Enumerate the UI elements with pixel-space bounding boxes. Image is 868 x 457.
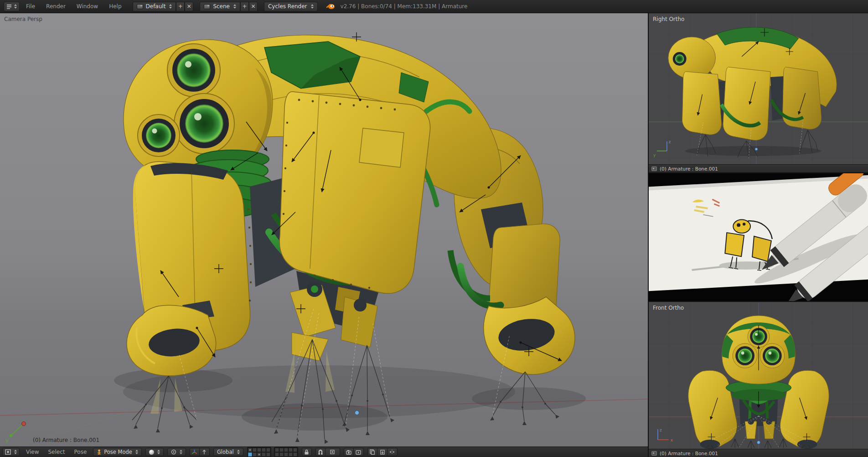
orientation-value: Global: [217, 449, 234, 455]
reference-image: [649, 173, 868, 301]
add-layout-button[interactable]: +: [176, 2, 185, 11]
axis-z-label: z: [669, 140, 671, 144]
main-3d-viewport[interactable]: y Camera Persp (0) Armature : Bone.001: [0, 13, 648, 447]
editor-type-button[interactable]: [2, 448, 20, 456]
layers-group-1: [247, 447, 271, 457]
close-scene-button[interactable]: ✕: [249, 2, 258, 11]
reference-image-panel[interactable]: [649, 172, 868, 302]
menu-help[interactable]: Help: [104, 3, 126, 10]
layer-cell[interactable]: [257, 452, 261, 457]
snap-group: [315, 448, 340, 456]
select-menu[interactable]: Select: [45, 449, 67, 455]
pivot-point-icon: [171, 449, 176, 455]
layer-cell[interactable]: [262, 448, 266, 452]
mode-dropdown[interactable]: Pose Mode: [93, 448, 142, 456]
scene-value: Scene: [213, 3, 230, 10]
layer-cell[interactable]: [293, 448, 297, 452]
pose-copy-group: [367, 448, 398, 456]
editor-type-icon[interactable]: [651, 451, 657, 456]
axis-z-label: z: [660, 428, 662, 432]
scene-widget: Scene + ✕: [200, 2, 258, 11]
editor-type-button-info[interactable]: [4, 2, 20, 11]
layer-cell[interactable]: [293, 452, 297, 457]
opengl-render-anim-button[interactable]: [354, 448, 364, 456]
axis-y-label: y: [653, 153, 656, 157]
pivot-dropdown[interactable]: [167, 448, 186, 456]
layer-cell[interactable]: [284, 448, 288, 452]
combo-arrows-icon: [169, 4, 172, 9]
screen-layout-selector[interactable]: Default: [133, 2, 176, 11]
copy-pose-icon: [370, 449, 375, 455]
info-editor-icon: [6, 4, 12, 9]
combo-arrows-icon: [14, 4, 17, 9]
layer-cell[interactable]: [257, 448, 261, 452]
paste-pose-button[interactable]: [377, 448, 388, 456]
scene-selector[interactable]: Scene: [200, 2, 240, 11]
manipulator-axes-icon: [191, 449, 197, 455]
layer-cell[interactable]: [275, 448, 279, 452]
right-ortho-viewport[interactable]: y z Right Ortho (0) Armature : Bone.001: [649, 13, 868, 172]
front-ortho-render: x z: [649, 302, 868, 457]
version-status-text: v2.76 | Bones:0/74 | Mem:133.31M | Armat…: [341, 3, 468, 10]
layer-cell[interactable]: [266, 448, 270, 452]
front-ortho-viewport[interactable]: x z Front Ortho (0) Armature : Bone.001: [649, 302, 868, 457]
editor-type-icon[interactable]: [651, 166, 657, 171]
combo-arrows-icon: [157, 450, 160, 454]
snap-toggle-button[interactable]: [315, 448, 326, 456]
axis-x-label: x: [671, 438, 673, 442]
engine-widget: Cycles Render: [264, 2, 318, 11]
menu-file[interactable]: File: [21, 3, 40, 10]
lock-to-scene-button[interactable]: [302, 448, 312, 456]
manipulator-group: [190, 448, 210, 456]
layer-cell[interactable]: [279, 452, 284, 457]
snap-element-dropdown[interactable]: [326, 448, 340, 456]
paste-pose-icon: [380, 449, 385, 455]
layer-cell-active[interactable]: [248, 452, 252, 457]
layer-cell[interactable]: [284, 452, 288, 457]
layer-cell[interactable]: [266, 452, 270, 457]
view-menu[interactable]: View: [23, 449, 41, 455]
layer-cell[interactable]: [262, 452, 266, 457]
layer-cell[interactable]: [275, 452, 279, 457]
layout-value: Default: [146, 3, 166, 10]
blender-window: File Render Window Help Default + ✕ Scen…: [0, 0, 868, 457]
viewport-header-strip[interactable]: (0) Armature : Bone.001: [649, 164, 868, 172]
menu-window[interactable]: Window: [72, 3, 103, 10]
copy-pose-button[interactable]: [367, 448, 377, 456]
add-scene-button[interactable]: +: [240, 2, 249, 11]
opengl-render-button[interactable]: [344, 448, 354, 456]
close-layout-button[interactable]: ✕: [185, 2, 193, 11]
combo-arrows-icon: [14, 450, 17, 454]
active-object-label: (0) Armature : Bone.001: [660, 166, 718, 171]
layers-grid: [247, 447, 298, 457]
manipulator-translate-button[interactable]: [200, 448, 210, 456]
paste-flipped-pose-button[interactable]: [388, 448, 398, 456]
layers-group-2: [274, 447, 298, 457]
right-column: y z Right Ortho (0) Armature : Bone.001: [648, 13, 868, 457]
engine-value: Cycles Render: [268, 3, 307, 10]
active-object-label: (0) Armature : Bone.001: [660, 451, 718, 456]
shading-dropdown[interactable]: [145, 448, 164, 456]
snap-magnet-icon: [318, 449, 323, 455]
layer-cell[interactable]: [279, 448, 284, 452]
pose-menu[interactable]: Pose: [72, 449, 90, 455]
main-viewport-render: y: [0, 13, 648, 447]
root-ball[interactable]: [355, 411, 359, 415]
viewport-header-strip[interactable]: (0) Armature : Bone.001: [649, 449, 868, 457]
manipulator-toggle[interactable]: [190, 448, 200, 456]
orientation-dropdown[interactable]: Global: [213, 448, 243, 456]
render-engine-selector[interactable]: Cycles Render: [264, 2, 318, 11]
layer-cell[interactable]: [289, 448, 293, 452]
axis-y-label: y: [5, 437, 9, 443]
right-ortho-render: y z: [649, 13, 868, 172]
layer-cell[interactable]: [253, 448, 257, 452]
chest-plate: [279, 92, 430, 293]
layer-cell[interactable]: [248, 448, 252, 452]
menu-render[interactable]: Render: [41, 3, 70, 10]
layer-cell[interactable]: [289, 452, 293, 457]
layer-cell[interactable]: [253, 452, 257, 457]
translate-arrow-icon: [202, 449, 207, 455]
layout-thumbnail-icon: [137, 4, 143, 9]
combo-arrows-icon: [180, 450, 182, 454]
combo-arrows-icon: [135, 450, 138, 454]
